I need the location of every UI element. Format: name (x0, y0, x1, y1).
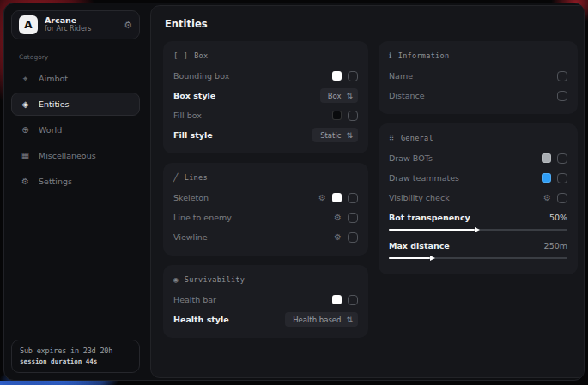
page-title: Entities (165, 18, 578, 30)
draw-teammates-label: Draw teammates (389, 173, 459, 183)
brand-title: Arcane (45, 16, 91, 25)
card-title: Survivability (185, 275, 245, 284)
sidebar-item-aimbot[interactable]: ⌖ Aimbot (11, 67, 140, 90)
draw-teammates-checkbox[interactable] (557, 173, 567, 183)
draw-bots-checkbox[interactable] (557, 153, 567, 164)
fill-box-label: Fill box (173, 111, 202, 120)
draw-bots-color-swatch[interactable] (542, 153, 551, 163)
sidebar-item-label: Aimbot (39, 74, 68, 83)
skeleton-label: Skeleton (173, 193, 209, 202)
entities-icon: ◈ (20, 99, 31, 109)
app-logo: A (19, 15, 38, 34)
card-title: Information (398, 51, 450, 60)
subscription-info-box: Sub expires in 23d 20h session duration … (11, 340, 140, 373)
line-to-enemy-label: Line to enemy (173, 213, 232, 222)
card-columns: [ ] Box Bounding box Box style (163, 41, 578, 338)
category-label: Category (19, 53, 140, 61)
health-style-select[interactable]: Health based ⇅ (285, 312, 358, 327)
bot-transparency-value: 50% (549, 213, 567, 222)
card-header: ⠿ General (389, 131, 567, 148)
bot-transparency-slider[interactable] (389, 229, 567, 231)
setting-row-max-distance: Max distance 250m (389, 238, 567, 254)
visibility-check-settings-gear-icon[interactable]: ⚙ (543, 193, 551, 202)
globe-icon: ⊕ (20, 125, 31, 135)
draw-teammates-color-swatch[interactable] (542, 173, 551, 183)
brand-settings-icon[interactable]: ⚙ (124, 20, 132, 31)
health-style-label: Health style (173, 315, 229, 324)
left-column: [ ] Box Bounding box Box style (163, 41, 368, 338)
chevron-updown-icon: ⇅ (346, 92, 353, 100)
grid-icon: ▦ (20, 151, 31, 160)
card-title: Lines (185, 173, 208, 182)
setting-row-skeleton: Skeleton ⚙ (173, 188, 358, 208)
right-column: ℹ Information Name Distance (379, 41, 578, 274)
fill-style-value: Static (320, 131, 341, 140)
line-icon: ╱ (173, 173, 179, 182)
card-header: [ ] Box (173, 49, 358, 66)
max-distance-slider[interactable] (389, 257, 567, 259)
health-bar-checkbox[interactable] (348, 295, 358, 305)
max-distance-label: Max distance (389, 241, 450, 250)
chevron-updown-icon: ⇅ (346, 131, 353, 140)
health-bar-color-swatch[interactable] (332, 295, 342, 304)
sidebar-item-entities[interactable]: ◈ Entities (11, 93, 140, 116)
bounding-box-checkbox[interactable] (348, 71, 358, 81)
sidebar-item-settings[interactable]: ⚙ Settings (11, 170, 140, 193)
fill-box-color-swatch[interactable] (332, 111, 342, 120)
sidebar: A Arcane for Arc Riders ⚙ Category ⌖ Aim… (4, 3, 147, 380)
card-box: [ ] Box Bounding box Box style (163, 41, 368, 153)
sidebar-item-label: World (39, 125, 62, 135)
skeleton-settings-gear-icon[interactable]: ⚙ (318, 193, 326, 202)
sidebar-item-world[interactable]: ⊕ World (11, 118, 140, 141)
setting-row-draw-teammates: Draw teammates (389, 168, 567, 188)
bot-transparency-label: Bot transpenency (389, 213, 470, 222)
card-survivability: ◉ Survivability Health bar Health style (163, 265, 368, 338)
skeleton-checkbox[interactable] (348, 193, 358, 203)
box-style-label: Box style (173, 91, 215, 100)
desktop-background: A Arcane for Arc Riders ⚙ Category ⌖ Aim… (0, 0, 588, 385)
name-label: Name (389, 71, 413, 81)
max-distance-slider-fill[interactable] (389, 257, 430, 259)
setting-row-health-bar: Health bar (173, 290, 358, 310)
line-to-enemy-settings-gear-icon[interactable]: ⚙ (334, 213, 342, 222)
setting-row-bounding-box: Bounding box (173, 66, 358, 86)
session-duration-text: session duration 44s (20, 358, 131, 365)
brand-card[interactable]: A Arcane for Arc Riders ⚙ (11, 10, 140, 39)
visibility-check-checkbox[interactable] (557, 193, 567, 203)
setting-row-health-style: Health style Health based ⇅ (173, 310, 358, 329)
setting-row-distance: Distance (389, 86, 567, 105)
main-panel: Entities [ ] Box Bounding box (150, 5, 585, 378)
dots-grid-icon: ⠿ (389, 134, 395, 142)
name-checkbox[interactable] (557, 71, 567, 81)
card-information: ℹ Information Name Distance (379, 41, 578, 114)
line-to-enemy-checkbox[interactable] (348, 213, 358, 223)
setting-row-name: Name (389, 66, 567, 86)
setting-row-line-to-enemy: Line to enemy ⚙ (173, 208, 358, 227)
viewline-checkbox[interactable] (348, 232, 358, 243)
app-window: A Arcane for Arc Riders ⚙ Category ⌖ Aim… (3, 3, 585, 381)
viewline-settings-gear-icon[interactable]: ⚙ (334, 232, 342, 242)
setting-row-box-style: Box style Box ⇅ (173, 86, 358, 105)
card-header: ◉ Survivability (173, 273, 358, 290)
info-icon: ℹ (389, 51, 392, 60)
background-blue-strip (0, 381, 112, 385)
visibility-check-label: Visibility check (389, 193, 450, 202)
crosshair-icon: ⌖ (20, 74, 31, 84)
setting-row-visibility-check: Visibility check ⚙ (389, 188, 567, 208)
distance-checkbox[interactable] (557, 91, 567, 101)
setting-row-viewline: Viewline ⚙ (173, 227, 358, 247)
box-style-value: Box (328, 92, 342, 100)
fill-box-checkbox[interactable] (348, 111, 358, 121)
sub-expiry-text: Sub expires in 23d 20h (20, 346, 131, 355)
setting-row-fill-box: Fill box (173, 105, 358, 125)
sidebar-item-label: Entities (39, 99, 70, 109)
viewline-label: Viewline (173, 232, 208, 242)
bounding-box-color-swatch[interactable] (332, 71, 342, 81)
fill-style-select[interactable]: Static ⇅ (312, 128, 358, 142)
sidebar-item-label: Miscellaneous (39, 151, 96, 160)
skeleton-color-swatch[interactable] (332, 193, 342, 202)
sidebar-item-label: Settings (39, 177, 72, 186)
box-style-select[interactable]: Box ⇅ (320, 88, 358, 103)
bot-transparency-slider-fill[interactable] (389, 229, 475, 231)
sidebar-item-miscellaneous[interactable]: ▦ Miscellaneous (11, 144, 140, 167)
